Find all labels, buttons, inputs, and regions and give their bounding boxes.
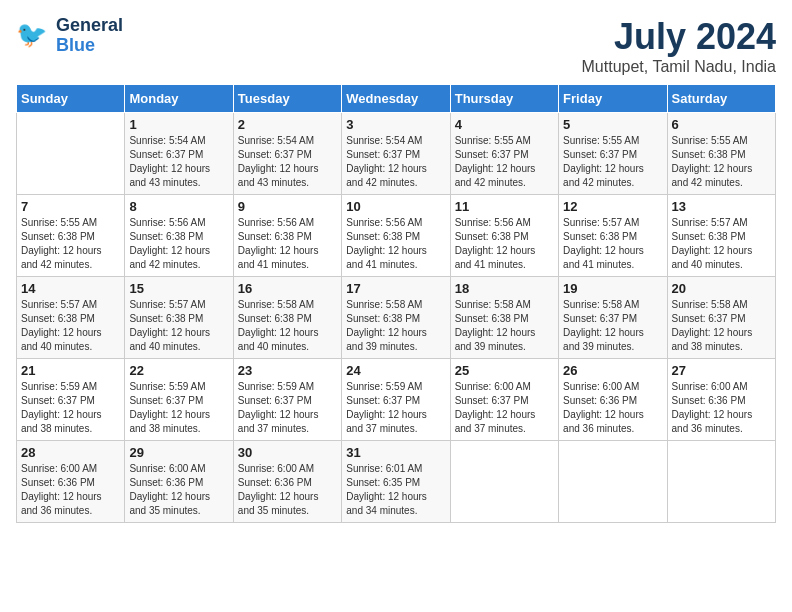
day-number: 13: [672, 199, 771, 214]
day-number: 17: [346, 281, 445, 296]
day-info: Sunrise: 5:55 AM Sunset: 6:38 PM Dayligh…: [21, 216, 120, 272]
calendar-cell: 31Sunrise: 6:01 AM Sunset: 6:35 PM Dayli…: [342, 441, 450, 523]
day-header-wednesday: Wednesday: [342, 85, 450, 113]
day-number: 6: [672, 117, 771, 132]
day-info: Sunrise: 5:56 AM Sunset: 6:38 PM Dayligh…: [346, 216, 445, 272]
logo: 🐦 General Blue: [16, 16, 123, 56]
calendar-cell: 21Sunrise: 5:59 AM Sunset: 6:37 PM Dayli…: [17, 359, 125, 441]
day-number: 3: [346, 117, 445, 132]
calendar-cell: 25Sunrise: 6:00 AM Sunset: 6:37 PM Dayli…: [450, 359, 558, 441]
day-header-monday: Monday: [125, 85, 233, 113]
logo-general: General: [56, 15, 123, 35]
calendar-cell: 18Sunrise: 5:58 AM Sunset: 6:38 PM Dayli…: [450, 277, 558, 359]
calendar-cell: 15Sunrise: 5:57 AM Sunset: 6:38 PM Dayli…: [125, 277, 233, 359]
calendar-cell: 28Sunrise: 6:00 AM Sunset: 6:36 PM Dayli…: [17, 441, 125, 523]
calendar-cell: 4Sunrise: 5:55 AM Sunset: 6:37 PM Daylig…: [450, 113, 558, 195]
page-header: 🐦 General Blue July 2024 Muttupet, Tamil…: [16, 16, 776, 76]
week-row-1: 1Sunrise: 5:54 AM Sunset: 6:37 PM Daylig…: [17, 113, 776, 195]
day-info: Sunrise: 5:54 AM Sunset: 6:37 PM Dayligh…: [129, 134, 228, 190]
calendar-subtitle: Muttupet, Tamil Nadu, India: [582, 58, 776, 76]
week-row-4: 21Sunrise: 5:59 AM Sunset: 6:37 PM Dayli…: [17, 359, 776, 441]
day-number: 27: [672, 363, 771, 378]
day-number: 15: [129, 281, 228, 296]
day-info: Sunrise: 6:00 AM Sunset: 6:36 PM Dayligh…: [672, 380, 771, 436]
day-number: 19: [563, 281, 662, 296]
calendar-cell: 9Sunrise: 5:56 AM Sunset: 6:38 PM Daylig…: [233, 195, 341, 277]
day-info: Sunrise: 6:00 AM Sunset: 6:37 PM Dayligh…: [455, 380, 554, 436]
day-number: 12: [563, 199, 662, 214]
day-header-tuesday: Tuesday: [233, 85, 341, 113]
calendar-cell: 16Sunrise: 5:58 AM Sunset: 6:38 PM Dayli…: [233, 277, 341, 359]
day-info: Sunrise: 5:58 AM Sunset: 6:37 PM Dayligh…: [563, 298, 662, 354]
day-number: 29: [129, 445, 228, 460]
calendar-cell: 2Sunrise: 5:54 AM Sunset: 6:37 PM Daylig…: [233, 113, 341, 195]
calendar-cell: 20Sunrise: 5:58 AM Sunset: 6:37 PM Dayli…: [667, 277, 775, 359]
day-info: Sunrise: 5:57 AM Sunset: 6:38 PM Dayligh…: [672, 216, 771, 272]
day-info: Sunrise: 6:00 AM Sunset: 6:36 PM Dayligh…: [21, 462, 120, 518]
calendar-cell: 11Sunrise: 5:56 AM Sunset: 6:38 PM Dayli…: [450, 195, 558, 277]
day-header-saturday: Saturday: [667, 85, 775, 113]
calendar-cell: 24Sunrise: 5:59 AM Sunset: 6:37 PM Dayli…: [342, 359, 450, 441]
calendar-cell: 10Sunrise: 5:56 AM Sunset: 6:38 PM Dayli…: [342, 195, 450, 277]
calendar-cell: 17Sunrise: 5:58 AM Sunset: 6:38 PM Dayli…: [342, 277, 450, 359]
day-number: 25: [455, 363, 554, 378]
calendar-cell: [17, 113, 125, 195]
logo-text: General Blue: [56, 16, 123, 56]
day-info: Sunrise: 5:57 AM Sunset: 6:38 PM Dayligh…: [563, 216, 662, 272]
day-info: Sunrise: 6:00 AM Sunset: 6:36 PM Dayligh…: [129, 462, 228, 518]
calendar-cell: 8Sunrise: 5:56 AM Sunset: 6:38 PM Daylig…: [125, 195, 233, 277]
day-number: 28: [21, 445, 120, 460]
calendar-cell: 13Sunrise: 5:57 AM Sunset: 6:38 PM Dayli…: [667, 195, 775, 277]
day-number: 9: [238, 199, 337, 214]
day-number: 24: [346, 363, 445, 378]
day-info: Sunrise: 5:58 AM Sunset: 6:38 PM Dayligh…: [455, 298, 554, 354]
day-number: 10: [346, 199, 445, 214]
day-number: 18: [455, 281, 554, 296]
calendar-cell: 14Sunrise: 5:57 AM Sunset: 6:38 PM Dayli…: [17, 277, 125, 359]
day-info: Sunrise: 6:00 AM Sunset: 6:36 PM Dayligh…: [563, 380, 662, 436]
day-header-sunday: Sunday: [17, 85, 125, 113]
calendar-cell: [559, 441, 667, 523]
day-info: Sunrise: 5:59 AM Sunset: 6:37 PM Dayligh…: [346, 380, 445, 436]
day-number: 11: [455, 199, 554, 214]
day-number: 4: [455, 117, 554, 132]
day-info: Sunrise: 5:57 AM Sunset: 6:38 PM Dayligh…: [21, 298, 120, 354]
day-header-friday: Friday: [559, 85, 667, 113]
week-row-3: 14Sunrise: 5:57 AM Sunset: 6:38 PM Dayli…: [17, 277, 776, 359]
week-row-2: 7Sunrise: 5:55 AM Sunset: 6:38 PM Daylig…: [17, 195, 776, 277]
day-number: 22: [129, 363, 228, 378]
calendar-cell: [667, 441, 775, 523]
day-info: Sunrise: 5:58 AM Sunset: 6:38 PM Dayligh…: [346, 298, 445, 354]
day-number: 23: [238, 363, 337, 378]
day-info: Sunrise: 5:56 AM Sunset: 6:38 PM Dayligh…: [238, 216, 337, 272]
title-block: July 2024 Muttupet, Tamil Nadu, India: [582, 16, 776, 76]
day-info: Sunrise: 6:01 AM Sunset: 6:35 PM Dayligh…: [346, 462, 445, 518]
calendar-table: SundayMondayTuesdayWednesdayThursdayFrid…: [16, 84, 776, 523]
day-info: Sunrise: 5:56 AM Sunset: 6:38 PM Dayligh…: [455, 216, 554, 272]
calendar-cell: 5Sunrise: 5:55 AM Sunset: 6:37 PM Daylig…: [559, 113, 667, 195]
day-header-thursday: Thursday: [450, 85, 558, 113]
day-number: 21: [21, 363, 120, 378]
calendar-cell: 12Sunrise: 5:57 AM Sunset: 6:38 PM Dayli…: [559, 195, 667, 277]
day-info: Sunrise: 5:57 AM Sunset: 6:38 PM Dayligh…: [129, 298, 228, 354]
day-number: 30: [238, 445, 337, 460]
day-number: 16: [238, 281, 337, 296]
day-info: Sunrise: 5:59 AM Sunset: 6:37 PM Dayligh…: [129, 380, 228, 436]
calendar-cell: [450, 441, 558, 523]
calendar-cell: 30Sunrise: 6:00 AM Sunset: 6:36 PM Dayli…: [233, 441, 341, 523]
day-info: Sunrise: 5:59 AM Sunset: 6:37 PM Dayligh…: [238, 380, 337, 436]
day-info: Sunrise: 5:59 AM Sunset: 6:37 PM Dayligh…: [21, 380, 120, 436]
day-number: 14: [21, 281, 120, 296]
days-header-row: SundayMondayTuesdayWednesdayThursdayFrid…: [17, 85, 776, 113]
calendar-cell: 7Sunrise: 5:55 AM Sunset: 6:38 PM Daylig…: [17, 195, 125, 277]
calendar-cell: 29Sunrise: 6:00 AM Sunset: 6:36 PM Dayli…: [125, 441, 233, 523]
calendar-cell: 1Sunrise: 5:54 AM Sunset: 6:37 PM Daylig…: [125, 113, 233, 195]
day-info: Sunrise: 5:55 AM Sunset: 6:38 PM Dayligh…: [672, 134, 771, 190]
day-info: Sunrise: 5:58 AM Sunset: 6:38 PM Dayligh…: [238, 298, 337, 354]
calendar-cell: 22Sunrise: 5:59 AM Sunset: 6:37 PM Dayli…: [125, 359, 233, 441]
day-number: 31: [346, 445, 445, 460]
calendar-cell: 26Sunrise: 6:00 AM Sunset: 6:36 PM Dayli…: [559, 359, 667, 441]
svg-text:🐦: 🐦: [16, 19, 48, 50]
day-info: Sunrise: 5:54 AM Sunset: 6:37 PM Dayligh…: [238, 134, 337, 190]
calendar-cell: 6Sunrise: 5:55 AM Sunset: 6:38 PM Daylig…: [667, 113, 775, 195]
